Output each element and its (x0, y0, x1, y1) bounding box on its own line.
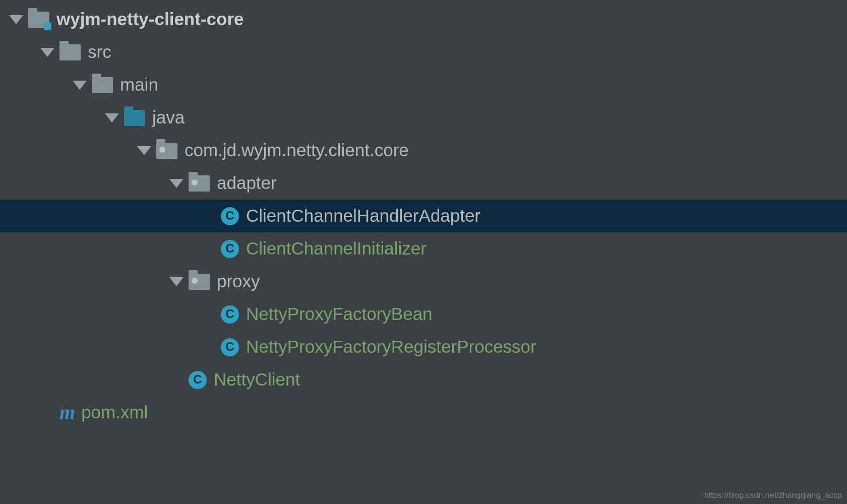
package-folder-icon (156, 143, 177, 159)
watermark-text: https://blog.csdn.net/zhangqiang_accp (704, 491, 842, 500)
project-tree: wyjm-netty-client-core src main java com… (0, 0, 847, 429)
expand-arrow-icon[interactable] (73, 81, 87, 90)
tree-item-class-netty-client[interactable]: C NettyClient (0, 363, 847, 396)
tree-label: NettyProxyFactoryBean (246, 304, 433, 324)
tree-label: proxy (217, 272, 260, 291)
class-icon: C (221, 240, 239, 258)
tree-label: main (120, 75, 158, 95)
folder-icon (59, 44, 81, 60)
tree-label: NettyClient (214, 370, 300, 390)
expand-arrow-icon[interactable] (169, 179, 184, 188)
tree-item-proxy[interactable]: proxy (0, 265, 847, 298)
class-icon: C (189, 371, 207, 389)
class-icon: C (221, 207, 239, 225)
tree-item-package[interactable]: com.jd.wyjm.netty.client.core (0, 134, 847, 167)
tree-item-src[interactable]: src (0, 36, 847, 69)
tree-item-module-root[interactable]: wyjm-netty-client-core (0, 3, 847, 36)
expand-arrow-icon[interactable] (169, 277, 184, 286)
class-icon: C (221, 338, 239, 356)
maven-icon: m (59, 403, 75, 423)
class-icon: C (221, 305, 239, 324)
module-folder-icon (28, 12, 49, 28)
folder-icon (92, 77, 113, 93)
tree-label: pom.xml (81, 403, 148, 422)
tree-item-class-proxy-factory-bean[interactable]: C NettyProxyFactoryBean (0, 298, 847, 331)
tree-label: src (88, 42, 111, 62)
expand-arrow-icon[interactable] (137, 146, 151, 155)
tree-label: java (152, 108, 185, 128)
tree-item-adapter[interactable]: adapter (0, 167, 847, 200)
tree-item-class-adapter[interactable]: C ClientChannelHandlerAdapter (0, 200, 847, 232)
tree-label: adapter (217, 173, 277, 193)
tree-label: ClientChannelInitializer (246, 239, 427, 259)
package-folder-icon (189, 175, 210, 192)
tree-item-pom[interactable]: m pom.xml (0, 396, 847, 429)
tree-label: ClientChannelHandlerAdapter (246, 206, 480, 226)
expand-arrow-icon[interactable] (9, 15, 23, 24)
package-folder-icon (189, 274, 210, 290)
source-folder-icon (124, 110, 145, 126)
tree-item-class-initializer[interactable]: C ClientChannelInitializer (0, 232, 847, 265)
expand-arrow-icon[interactable] (105, 113, 119, 122)
tree-label: NettyProxyFactoryRegisterProcessor (246, 337, 536, 357)
tree-item-class-proxy-register[interactable]: C NettyProxyFactoryRegisterProcessor (0, 331, 847, 363)
tree-label: com.jd.wyjm.netty.client.core (185, 141, 409, 160)
tree-label: wyjm-netty-client-core (56, 10, 244, 29)
expand-arrow-icon[interactable] (40, 48, 54, 57)
tree-item-java[interactable]: java (0, 101, 847, 134)
tree-item-main[interactable]: main (0, 69, 847, 101)
